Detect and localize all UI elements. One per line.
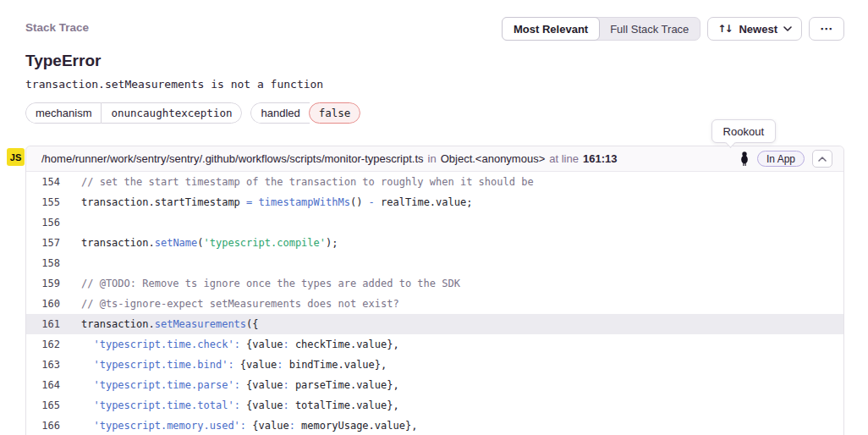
most-relevant-button[interactable]: Most Relevant (502, 17, 600, 41)
rookout-tooltip: Rookout (711, 119, 776, 143)
frame-header-actions: In App (739, 150, 832, 168)
frame-at-word: at line (549, 152, 579, 165)
frame-file-path: /home/runner/work/sentry/sentry/.github/… (41, 152, 424, 165)
stack-trace-controls: Most Relevant Full Stack Trace ↑↓ Newest… (502, 17, 844, 41)
rookout-icon[interactable] (739, 151, 750, 166)
sort-label: Newest (739, 23, 777, 36)
frame-in-word: in (428, 152, 437, 165)
code-line-160: 160// @ts-ignore-expect setMeasurements … (26, 294, 843, 314)
code-text: 'typescript.time.bind': {value: bindTime… (81, 355, 387, 375)
code-text: transaction.setMeasurements({ (81, 314, 259, 334)
tag-key: mechanism (25, 102, 101, 124)
line-number: 161 (26, 314, 60, 334)
line-number: 155 (26, 192, 60, 212)
frame-header[interactable]: /home/runner/work/sentry/sentry/.github/… (26, 146, 843, 172)
code-line-166: 166 'typescript.memory.used': {value: me… (26, 416, 843, 435)
code-line-157: 157transaction.setName('typescript.compi… (26, 233, 843, 253)
line-number: 158 (26, 253, 60, 273)
javascript-platform-icon: JS (7, 148, 25, 166)
code-line-162: 162 'typescript.time.check': {value: che… (26, 334, 843, 355)
line-number: 165 (26, 395, 60, 416)
code-line-163: 163 'typescript.time.bind': {value: bind… (26, 355, 843, 375)
view-toggle: Most Relevant Full Stack Trace (502, 17, 700, 41)
code-line-156: 156 (26, 212, 843, 233)
code-line-155: 155transaction.startTimestamp = timestam… (26, 192, 843, 212)
code-line-161: 161transaction.setMeasurements({ (26, 314, 843, 334)
code-text: transaction.startTimestamp = timestampWi… (81, 192, 472, 212)
sort-newest-button[interactable]: ↑↓ Newest (707, 17, 802, 41)
error-type-title: TypeError (25, 52, 868, 70)
code-text: // @TODO: Remove ts ignore once the type… (81, 273, 460, 294)
line-number: 156 (26, 212, 60, 233)
tag-value-error: false (309, 102, 361, 124)
tag-handled[interactable]: handled false (250, 102, 360, 124)
line-number: 157 (26, 233, 60, 253)
overflow-menu-button[interactable]: ⋯ (809, 17, 844, 41)
line-number: 162 (26, 334, 60, 355)
code-text: // set the start timestamp of the transa… (81, 172, 534, 192)
frame-line-number: 161:13 (583, 152, 617, 165)
code-line-165: 165 'typescript.time.total': {value: tot… (26, 395, 843, 416)
code-line-164: 164 'typescript.time.parse': {value: par… (26, 375, 843, 395)
tag-value: onuncaughtexception (101, 102, 242, 124)
full-stack-trace-button[interactable]: Full Stack Trace (599, 18, 700, 40)
code-text: 'typescript.time.parse': {value: parseTi… (81, 375, 399, 395)
code-text: 'typescript.time.check': {value: checkTi… (81, 334, 399, 355)
code-text: 'typescript.time.total': {value: totalTi… (81, 395, 399, 416)
sort-arrows-icon: ↑↓ (717, 23, 733, 35)
code-line-158: 158 (26, 253, 843, 273)
stack-frame: Rookout JS /home/runner/work/sentry/sent… (25, 146, 844, 435)
tag-key: handled (250, 102, 309, 124)
chevron-down-icon (783, 26, 792, 31)
code-text: transaction.setName('typescript.compile'… (81, 233, 338, 253)
code-text: 'typescript.memory.used': {value: memory… (81, 416, 417, 435)
line-number: 163 (26, 355, 60, 375)
collapse-frame-button[interactable] (812, 150, 832, 168)
stack-trace-header: Stack Trace Most Relevant Full Stack Tra… (0, 0, 868, 41)
line-number: 166 (26, 416, 60, 435)
line-number: 164 (26, 375, 60, 395)
code-line-154: 154// set the start timestamp of the tra… (26, 172, 843, 192)
code-line-159: 159// @TODO: Remove ts ignore once the t… (26, 273, 843, 294)
tag-mechanism[interactable]: mechanism onuncaughtexception (25, 102, 242, 124)
in-app-badge: In App (757, 151, 805, 167)
section-title: Stack Trace (25, 17, 89, 34)
line-number: 159 (26, 273, 60, 294)
error-message: transaction.setMeasurements is not a fun… (25, 78, 868, 91)
code-text: // @ts-ignore-expect setMeasurements doe… (81, 294, 399, 314)
line-number: 154 (26, 172, 60, 192)
line-number: 160 (26, 294, 60, 314)
chevron-up-icon (818, 157, 827, 162)
frame-function: Object.<anonymous> (441, 152, 546, 165)
code-lines: 154// set the start timestamp of the tra… (26, 172, 843, 435)
